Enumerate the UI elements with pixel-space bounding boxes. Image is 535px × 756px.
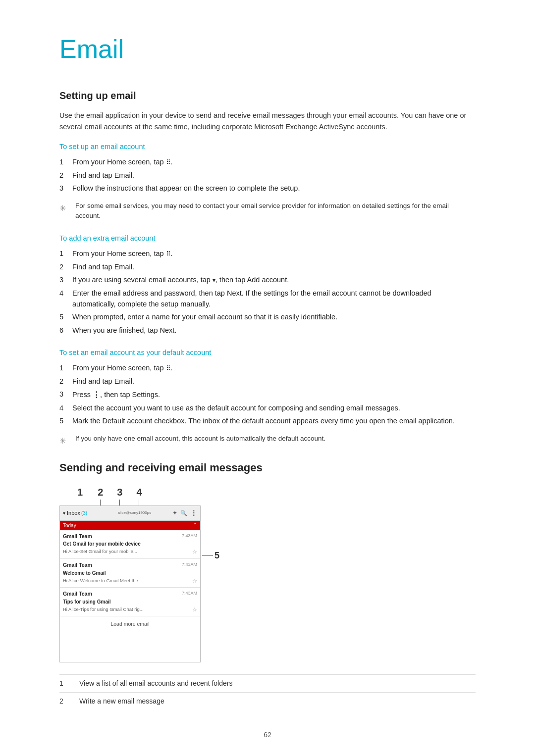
email-row-2-top: Gmail Team 7:43AM	[63, 561, 197, 569]
load-more-label: Load more email	[110, 621, 149, 627]
page-footer-area: 62 This is an Internet version of this p…	[59, 730, 476, 756]
setup-step-3: 3 Follow the instructions that appear on…	[59, 183, 476, 194]
email-sender-3: Gmail Team	[63, 590, 92, 598]
compose-icon[interactable]: ✦	[172, 508, 177, 517]
email-row-3-top: Gmail Team 7:43AM	[63, 590, 197, 598]
email-header-icons: ✦ 🔍 ⋮	[172, 508, 197, 518]
callout-num-1: 1	[77, 485, 83, 500]
add-step-1: 1 From your Home screen, tap .	[59, 248, 476, 259]
add-account-steps-list: 1 From your Home screen, tap . 2 Find an…	[59, 248, 476, 336]
subsection3-title: To set an email account as your default …	[59, 348, 476, 358]
add-step-6: 6 When you are finished, tap Next.	[59, 325, 476, 336]
grid-icon	[166, 157, 171, 167]
email-inbox-area: ▾ Inbox (3)	[63, 509, 116, 517]
callout-2: 2	[98, 485, 103, 508]
default-account-steps-list: 1 From your Home screen, tap . 2 Find an…	[59, 362, 476, 426]
email-time-2: 7:43AM	[182, 561, 197, 568]
subsection-add-account: To add an extra email account 1 From you…	[59, 233, 476, 336]
callout-num-3: 3	[117, 485, 122, 500]
section-sending-receiving: Sending and receiving email messages 1 2	[59, 459, 476, 710]
dots-icon	[93, 389, 100, 400]
default-step-1: 1 From your Home screen, tap .	[59, 362, 476, 373]
grid-icon-3	[166, 363, 171, 373]
email-screenshot-area: 1 2 3 4	[59, 485, 476, 663]
callout-num-5: 5	[214, 549, 219, 562]
callout-5-line	[202, 555, 213, 556]
add-step-4: 4 Enter the email address and password, …	[59, 288, 476, 310]
callout-positions: 1 2 3 4	[77, 485, 142, 508]
inbox-count: (3)	[81, 509, 87, 517]
tip-icon-2	[59, 434, 71, 448]
tip-box-1: For some email services, you may need to…	[59, 201, 476, 222]
subsection2-title: To add an extra email account	[59, 233, 476, 244]
email-star-2[interactable]: ☆	[192, 577, 197, 585]
chevron-icon-inbox: ▾	[63, 509, 65, 517]
search-icon[interactable]: 🔍	[180, 509, 187, 517]
legend-row-1: 1 View a list of all email accounts and …	[59, 674, 476, 692]
section1-title: Setting up email	[59, 88, 476, 103]
inbox-text: Inbox	[67, 509, 80, 517]
callout-5: 5	[202, 549, 219, 562]
email-row-3[interactable]: Gmail Team 7:43AM Tips for using Gmail H…	[60, 588, 200, 616]
default-step-3: 3 Press , then tap Settings.	[59, 389, 476, 400]
email-app-mockup: ▾ Inbox (3) alice@sony1900ps ✦ 🔍 ⋮	[59, 505, 201, 663]
email-time-3: 7:43AM	[182, 590, 197, 597]
setup-step-1: 1 From your Home screen, tap .	[59, 156, 476, 167]
add-step-2: 2 Find and tap Email.	[59, 261, 476, 272]
callout-num-2: 2	[98, 485, 103, 500]
account-label: alice@sony1900ps	[118, 510, 171, 516]
default-step-5: 5 Mark the Default account checkbox. The…	[59, 415, 476, 426]
email-star-1[interactable]: ☆	[192, 548, 197, 556]
section1-intro: Use the email application in your device…	[59, 110, 476, 133]
grid-icon-2	[166, 249, 171, 259]
account-info: alice@sony1900ps	[118, 510, 171, 516]
legend-table: 1 View a list of all email accounts and …	[59, 674, 476, 710]
add-step-3: 3 If you are using several email account…	[59, 274, 476, 285]
subsection-setup: To set up an email account 1 From your H…	[59, 142, 476, 221]
email-star-3[interactable]: ☆	[192, 605, 197, 614]
email-preview-2: Hi Alice-Welcome to Gmail Meet the...	[63, 577, 142, 584]
chevron-icon	[213, 275, 215, 285]
email-subject-1: Get Gmail for your mobile device	[63, 540, 197, 548]
email-row-2[interactable]: Gmail Team 7:43AM Welcome to Gmail Hi Al…	[60, 559, 200, 588]
email-row-1[interactable]: Gmail Team 7:43AM Get Gmail for your mob…	[60, 530, 200, 559]
today-label: Today	[63, 523, 76, 528]
email-subject-3: Tips for using Gmail	[63, 598, 197, 605]
legend-text-2: Write a new email message	[79, 696, 164, 706]
default-step-2: 2 Find and tap Email.	[59, 376, 476, 387]
more-options-icon[interactable]: ⋮	[190, 508, 197, 518]
section2-title: Sending and receiving email messages	[59, 459, 476, 476]
legend-num-1: 1	[59, 678, 79, 689]
legend-row-2: 2 Write a new email message	[59, 692, 476, 710]
email-sender-2: Gmail Team	[63, 561, 92, 569]
setup-step-2: 2 Find and tap Email.	[59, 170, 476, 181]
default-step-4: 4 Select the account you want to use as …	[59, 403, 476, 413]
load-more-button[interactable]: Load more email	[60, 616, 200, 632]
subsection-default-account: To set an email account as your default …	[59, 348, 476, 447]
tip-icon-1	[59, 202, 71, 215]
legend-text-1: View a list of all email accounts and re…	[79, 678, 232, 689]
tip-text-1: For some email services, you may need to…	[75, 201, 476, 222]
email-header-bar: ▾ Inbox (3) alice@sony1900ps ✦ 🔍 ⋮	[60, 506, 200, 521]
email-sender-1: Gmail Team	[63, 533, 92, 541]
callout-numbers-row: 1 2 3 4	[59, 485, 201, 505]
tip-text-2: If you only have one email account, this…	[75, 434, 325, 444]
page-title: Email	[59, 30, 476, 68]
email-time-1: 7:43AM	[182, 533, 197, 540]
callout-3: 3	[117, 485, 122, 508]
email-today-bar: Today ⌃	[60, 521, 200, 530]
page-number: 62	[59, 730, 476, 740]
add-step-5: 5 When prompted, enter a name for your e…	[59, 311, 476, 322]
email-row-1-top: Gmail Team 7:43AM	[63, 533, 197, 541]
screenshot-with-labels: 1 2 3 4	[59, 485, 201, 663]
legend-num-2: 2	[59, 696, 79, 706]
email-subject-2: Welcome to Gmail	[63, 569, 197, 577]
callout-num-4: 4	[136, 485, 142, 500]
inbox-label: Inbox (3)	[67, 509, 87, 517]
email-preview-3: Hi Alice-Tips for using Gmail Chat rig..…	[63, 606, 144, 613]
section-setting-up-email: Setting up email Use the email applicati…	[59, 88, 476, 448]
callout-4: 4	[136, 485, 142, 508]
subsection1-title: To set up an email account	[59, 142, 476, 152]
today-expand-icon: ⌃	[193, 522, 197, 529]
tip-box-2: If you only have one email account, this…	[59, 434, 476, 448]
